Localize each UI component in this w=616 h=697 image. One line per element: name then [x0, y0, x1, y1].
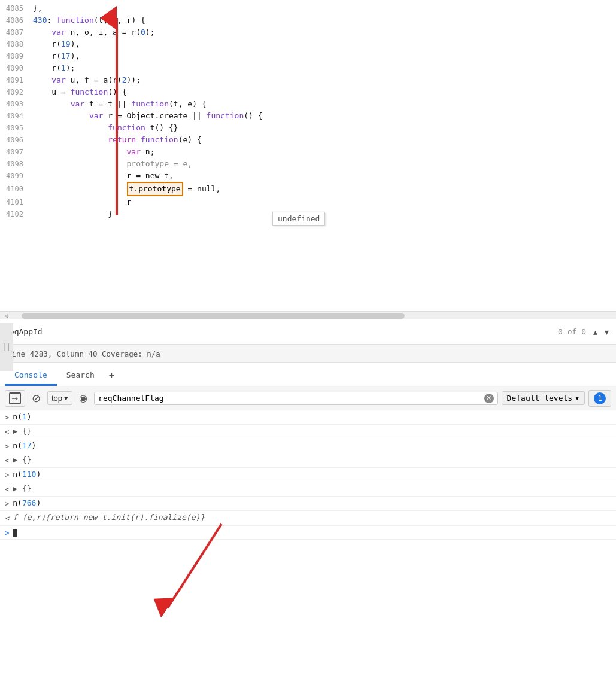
collapse-arrow[interactable]: <: [5, 428, 9, 436]
eye-button[interactable]: ◉: [76, 391, 90, 406]
collapse-arrow[interactable]: <: [5, 456, 9, 465]
console-filter: ✕: [94, 392, 498, 405]
badge: 1: [594, 392, 606, 404]
filter-clear-button[interactable]: ✕: [484, 394, 494, 403]
top-label: top: [51, 394, 62, 403]
console-entry: > n(17): [0, 439, 616, 453]
expand-arrow[interactable]: >: [5, 471, 9, 479]
console-result: < ▶ {}: [0, 425, 616, 439]
code-line: 4092 u = function() {: [0, 86, 616, 98]
code-line: 4093 var t = t || function(t, e) {: [0, 98, 616, 110]
clear-console-button[interactable]: →: [5, 390, 25, 407]
handle-icon: ||: [2, 343, 10, 351]
expand-arrow[interactable]: >: [5, 413, 9, 422]
top-context-button[interactable]: top ▾: [47, 391, 72, 405]
default-levels-button[interactable]: Default levels ▾: [502, 391, 585, 405]
code-line: 4085 },: [0, 2, 616, 14]
status-text: Line 4283, Column 40 Coverage: n/a: [7, 349, 160, 358]
code-line: 4098 prototype = e,: [0, 158, 616, 170]
console-output: > n(1) < ▶ {} > n(17) < ▶ {} >: [0, 410, 616, 540]
code-line: 4100 t.prototype = null,: [0, 182, 616, 196]
code-line: 4087 var n, o, i, a = r(0);: [0, 26, 616, 38]
tooltip-popup: undefined: [272, 212, 325, 226]
code-line: 4099 r = new t,: [0, 170, 616, 182]
clear-icon: →: [9, 392, 21, 404]
console-result: < ▶ {}: [0, 482, 616, 497]
console-entry: > n(110): [0, 468, 616, 482]
code-line: 4101 r: [0, 196, 616, 208]
collapse-arrow[interactable]: <: [5, 485, 9, 494]
search-prev-button[interactable]: ▴: [591, 326, 600, 338]
search-count: 0 of 0: [558, 327, 586, 336]
expand-arrow[interactable]: >: [5, 500, 9, 508]
code-line: 4096 return function(e) {: [0, 134, 616, 146]
prompt-arrow: >: [5, 529, 9, 537]
console-fn-result: < f (e,r){return new t.init(r).finalize(…: [0, 511, 616, 525]
eye-icon: ◉: [79, 393, 87, 403]
code-line: 4094 var r = Object.create || function()…: [0, 110, 616, 122]
code-line: 4090 r(1);: [0, 62, 616, 74]
horizontal-scrollbar[interactable]: ◁: [0, 311, 616, 319]
expand-arrow[interactable]: >: [5, 442, 9, 451]
status-bar: Line 4283, Column 40 Coverage: n/a: [0, 345, 616, 363]
code-line: 4088 r(19),: [0, 38, 616, 50]
search-input[interactable]: [5, 327, 556, 336]
console-cursor[interactable]: >: [0, 525, 616, 540]
levels-arrow-icon: ▾: [575, 394, 579, 403]
search-next-button[interactable]: ▾: [602, 326, 611, 338]
no-errors-button[interactable]: ⊘: [29, 390, 44, 407]
code-line: 4091 var u, f = a(r(2));: [0, 74, 616, 86]
message-count-badge: 1: [588, 390, 611, 407]
tab-add-button[interactable]: +: [104, 365, 120, 386]
dropdown-arrow-icon: ▾: [64, 394, 68, 403]
code-lines: 4085 }, 4086 430: function(t, e, r) { 40…: [0, 0, 616, 220]
scroll-left-arrow[interactable]: ◁: [1, 312, 11, 319]
console-toolbar: → ⊘ top ▾ ◉ ✕ Default levels ▾ 1: [0, 386, 616, 410]
code-line: 4095 function t() {}: [0, 122, 616, 134]
console-panel: > n(1) < ▶ {} > n(17) < ▶ {} >: [0, 410, 616, 540]
scrollbar-thumb[interactable]: [22, 313, 405, 319]
code-line: 4086 430: function(t, e, r) {: [0, 14, 616, 26]
code-line: 4097 var n;: [0, 146, 616, 158]
console-entry-766: > n(766): [0, 497, 616, 511]
collapse-arrow[interactable]: <: [5, 514, 9, 522]
search-bar: 0 of 0 ▴ ▾: [0, 319, 616, 345]
code-editor: 4085 }, 4086 430: function(t, e, r) { 40…: [0, 0, 616, 311]
levels-label: Default levels: [507, 394, 573, 403]
tab-search[interactable]: Search: [57, 366, 104, 386]
sidebar-handle[interactable]: ||: [0, 323, 13, 371]
filter-input[interactable]: [98, 394, 482, 403]
console-entry: > n(1): [0, 410, 616, 425]
code-line: 4089 r(17),: [0, 50, 616, 62]
circle-slash-icon: ⊘: [32, 392, 41, 404]
console-tabs: Console Search +: [0, 363, 616, 386]
console-result: < ▶ {}: [0, 453, 616, 468]
close-icon: ✕: [486, 394, 491, 402]
